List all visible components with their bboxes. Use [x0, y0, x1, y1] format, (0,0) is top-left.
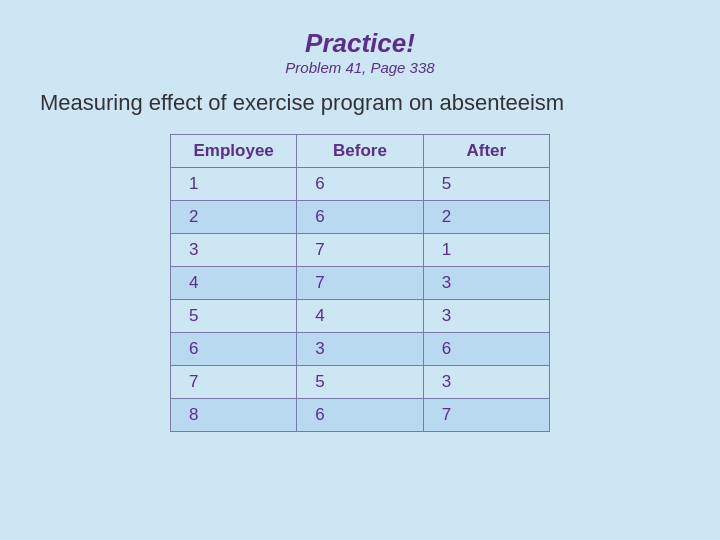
cell-r0-c0: 1	[171, 168, 297, 201]
table-body: 165262371473543636753867	[171, 168, 550, 432]
data-table: Employee Before After 165262371473543636…	[170, 134, 550, 432]
table-row: 867	[171, 399, 550, 432]
cell-r5-c2: 6	[423, 333, 549, 366]
description: Measuring effect of exercise program on …	[40, 90, 680, 116]
cell-r7-c2: 7	[423, 399, 549, 432]
cell-r0-c2: 5	[423, 168, 549, 201]
cell-r2-c1: 7	[297, 234, 423, 267]
cell-r0-c1: 6	[297, 168, 423, 201]
table-row: 262	[171, 201, 550, 234]
cell-r3-c1: 7	[297, 267, 423, 300]
cell-r5-c1: 3	[297, 333, 423, 366]
table-row: 636	[171, 333, 550, 366]
cell-r4-c1: 4	[297, 300, 423, 333]
cell-r6-c1: 5	[297, 366, 423, 399]
data-table-container: Employee Before After 165262371473543636…	[170, 134, 550, 432]
cell-r2-c2: 1	[423, 234, 549, 267]
page-title: Practice!	[305, 28, 415, 59]
cell-r2-c0: 3	[171, 234, 297, 267]
cell-r3-c2: 3	[423, 267, 549, 300]
cell-r5-c0: 6	[171, 333, 297, 366]
cell-r6-c2: 3	[423, 366, 549, 399]
table-header-row: Employee Before After	[171, 135, 550, 168]
col-employee: Employee	[171, 135, 297, 168]
cell-r4-c0: 5	[171, 300, 297, 333]
table-row: 165	[171, 168, 550, 201]
cell-r3-c0: 4	[171, 267, 297, 300]
cell-r6-c0: 7	[171, 366, 297, 399]
cell-r1-c0: 2	[171, 201, 297, 234]
cell-r1-c2: 2	[423, 201, 549, 234]
table-row: 371	[171, 234, 550, 267]
table-row: 753	[171, 366, 550, 399]
col-before: Before	[297, 135, 423, 168]
cell-r4-c2: 3	[423, 300, 549, 333]
table-row: 543	[171, 300, 550, 333]
cell-r7-c0: 8	[171, 399, 297, 432]
cell-r7-c1: 6	[297, 399, 423, 432]
col-after: After	[423, 135, 549, 168]
table-row: 473	[171, 267, 550, 300]
cell-r1-c1: 6	[297, 201, 423, 234]
page-subtitle: Problem 41, Page 338	[285, 59, 434, 76]
